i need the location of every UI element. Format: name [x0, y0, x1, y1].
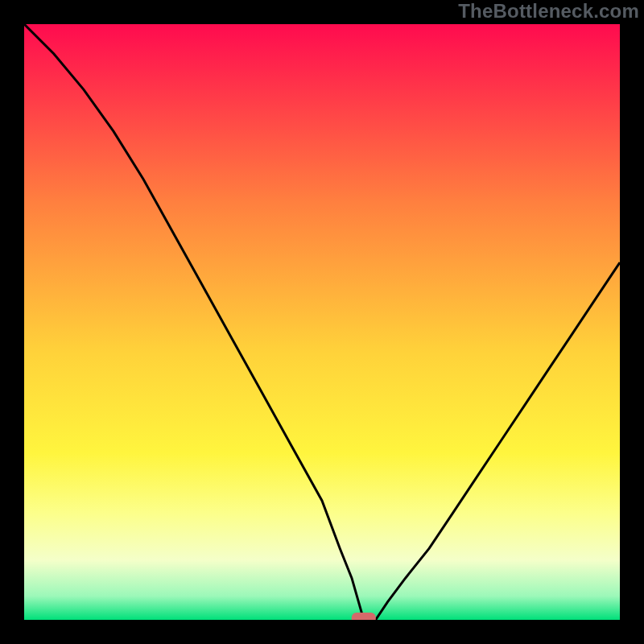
watermark-text: TheBottleneck.com: [458, 0, 639, 23]
gradient-background: [24, 24, 620, 620]
chart-frame: TheBottleneck.com: [0, 0, 644, 644]
optimal-marker: [352, 613, 376, 620]
bottleneck-plot: [24, 24, 620, 620]
plot-area: [24, 24, 620, 620]
